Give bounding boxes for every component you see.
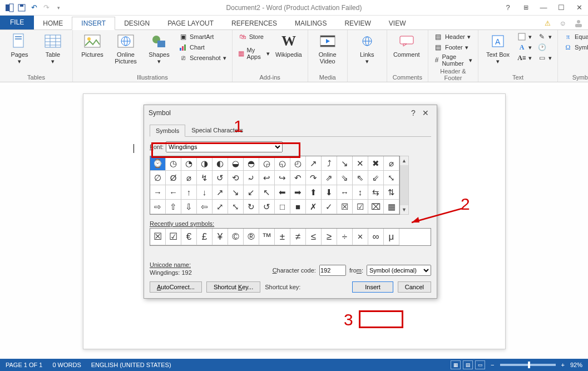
symbol-cell[interactable]: ⌧	[368, 200, 384, 214]
symbol-cell[interactable]: ↪	[275, 171, 290, 185]
tab-page-layout[interactable]: PAGE LAYOUT	[159, 17, 223, 29]
dropcap-icon[interactable]: A≡▾	[517, 53, 532, 62]
symbol-cell[interactable]: ↺	[259, 200, 275, 214]
header-button[interactable]: ▤Header ▾	[434, 32, 472, 41]
datetime-icon[interactable]: 🕑	[537, 43, 552, 52]
cancel-button[interactable]: Cancel	[398, 281, 431, 293]
symbol-cell[interactable]: ↗	[213, 185, 228, 200]
symbol-cell[interactable]: ➡	[290, 185, 306, 200]
tab-mailings[interactable]: MAILINGS	[286, 17, 335, 29]
symbol-cell[interactable]: ↩	[259, 171, 275, 185]
close-icon[interactable]: ✕	[570, 1, 588, 14]
symbol-cell[interactable]: ⤡	[384, 171, 399, 185]
links-button[interactable]: Links▾	[353, 32, 381, 65]
tab-review[interactable]: REVIEW	[335, 17, 379, 29]
zoom-out-icon[interactable]: −	[491, 362, 494, 368]
recent-symbol-cell[interactable]: ±	[275, 229, 290, 245]
tab-home[interactable]: HOME	[34, 17, 72, 29]
undo-icon[interactable]: ↶	[28, 2, 40, 14]
object-icon[interactable]: ▭▾	[537, 53, 552, 62]
symbol-cell[interactable]: ✖	[368, 156, 384, 171]
symbol-cell[interactable]: ⤴	[322, 156, 337, 171]
symbol-cell[interactable]: ⤢	[213, 200, 228, 214]
symbol-cell[interactable]: ↑	[181, 185, 197, 200]
symbol-button[interactable]: ΩSymbol ▾	[564, 43, 588, 52]
status-words[interactable]: 0 WORDS	[52, 362, 81, 368]
wordart-icon[interactable]: A▾	[517, 43, 532, 52]
dialog-titlebar[interactable]: Symbol ? ✕	[144, 105, 437, 121]
recent-symbol-cell[interactable]: ≤	[306, 229, 322, 245]
symbol-cell[interactable]: ⤾	[244, 171, 259, 185]
symbol-cell[interactable]: ⇦	[197, 200, 213, 214]
recent-symbol-cell[interactable]: ≠	[290, 229, 306, 245]
symbol-cell[interactable]: ↓	[197, 185, 213, 200]
recent-symbol-cell[interactable]: ☑	[166, 229, 181, 245]
quickparts-icon[interactable]: ▾	[517, 32, 532, 41]
help-icon[interactable]: ?	[499, 1, 517, 14]
symbol-grid[interactable]: ⌚◷◔◑◐◒◓◶◵◴↗⤴↘✕✖⌀∅Ø⌀↯↺⟲⤾↩↪↶↷⇗⇘⇖⇙⤡→←↑↓↗↘↙↖…	[150, 156, 400, 215]
symbol-cell[interactable]: ↻	[244, 200, 259, 214]
status-page[interactable]: PAGE 1 OF 1	[6, 362, 42, 368]
symbol-cell[interactable]: ↷	[306, 171, 322, 185]
chart-button[interactable]: Chart	[179, 43, 226, 52]
maximize-icon[interactable]: ☐	[552, 1, 570, 14]
symbol-cell[interactable]: ⇨	[150, 200, 166, 214]
recent-symbols-grid[interactable]: ☒☑€£¥©®™±≠≤≥÷×∞μ	[150, 228, 431, 246]
symbol-cell[interactable]: ∅	[150, 171, 166, 185]
pictures-button[interactable]: Pictures	[78, 32, 106, 58]
symbol-cell[interactable]: □	[275, 200, 290, 214]
smartart-button[interactable]: ▣SmartArt	[179, 32, 226, 41]
store-button[interactable]: 🛍Store	[238, 32, 270, 41]
symbol-cell[interactable]: ◒	[228, 156, 244, 171]
pages-button[interactable]: Pages▾	[6, 32, 33, 65]
symbol-cell[interactable]: ↗	[306, 156, 322, 171]
symbol-cell[interactable]: ↔	[337, 185, 353, 200]
symbol-cell[interactable]: ⇙	[368, 171, 384, 185]
symbol-cell[interactable]: ◐	[213, 156, 228, 171]
dialog-close-icon[interactable]: ✕	[419, 108, 432, 117]
myapps-button[interactable]: ▦My Apps ▾	[238, 47, 270, 60]
symbol-cell[interactable]: ↶	[290, 171, 306, 185]
symbol-cell[interactable]: ⇘	[337, 171, 353, 185]
symbol-cell[interactable]: ↘	[228, 185, 244, 200]
symbol-cell[interactable]: ☒	[337, 200, 353, 214]
footer-button[interactable]: ▤Footer ▾	[434, 43, 472, 52]
from-select[interactable]: Symbol (decimal)	[367, 265, 431, 276]
comment-button[interactable]: Comment	[393, 32, 421, 58]
redo-icon[interactable]: ↷	[40, 2, 52, 14]
scroll-thumb[interactable]	[400, 165, 408, 205]
scroll-up-icon[interactable]: ▲	[400, 156, 408, 165]
zoom-in-icon[interactable]: +	[561, 362, 565, 368]
signature-icon[interactable]: ✎▾	[537, 32, 552, 41]
symbol-cell[interactable]: ⇧	[166, 200, 181, 214]
symbol-cell[interactable]: ↺	[213, 171, 228, 185]
symbol-cell[interactable]: ◑	[197, 156, 213, 171]
symbol-cell[interactable]: ✕	[353, 156, 368, 171]
recent-symbol-cell[interactable]: ≥	[322, 229, 337, 245]
symbol-cell[interactable]: ☑	[353, 200, 368, 214]
symbol-cell[interactable]: ↘	[337, 156, 353, 171]
insert-button[interactable]: Insert	[352, 281, 393, 293]
symbol-cell[interactable]: ▦	[384, 200, 399, 214]
symbol-cell[interactable]: ⇩	[181, 200, 197, 214]
tab-symbols-dialog[interactable]: Symbols	[150, 125, 185, 137]
symbol-cell[interactable]: ⬅	[275, 185, 290, 200]
symbol-cell[interactable]: ⇖	[353, 171, 368, 185]
wikipedia-button[interactable]: W Wikipedia	[275, 32, 302, 58]
recent-symbol-cell[interactable]: ∞	[368, 229, 384, 245]
symbol-cell[interactable]: ⤡	[228, 200, 244, 214]
user-icon[interactable]	[572, 17, 585, 29]
recent-symbol-cell[interactable]: ©	[228, 229, 244, 245]
symbol-cell[interactable]: ↖	[259, 185, 275, 200]
page-number-button[interactable]: #Page Number ▾	[434, 53, 472, 67]
symbol-cell[interactable]: ⌀	[384, 156, 399, 171]
recent-symbol-cell[interactable]: ÷	[337, 229, 353, 245]
symbol-cell[interactable]: ↕	[353, 185, 368, 200]
symbol-cell[interactable]: ◵	[275, 156, 290, 171]
save-icon[interactable]	[16, 2, 28, 14]
symbol-cell[interactable]: ◶	[259, 156, 275, 171]
symbol-cell[interactable]: ◓	[244, 156, 259, 171]
symbol-cell[interactable]: ⇆	[368, 185, 384, 200]
symbol-cell[interactable]: ◷	[166, 156, 181, 171]
smiley-icon[interactable]: ☺	[557, 17, 569, 29]
